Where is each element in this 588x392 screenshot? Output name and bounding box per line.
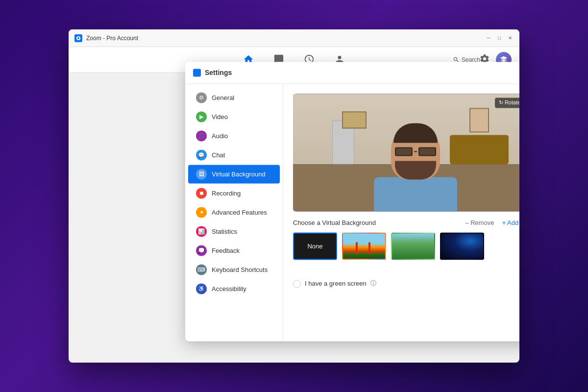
settings-title: Settings [193,69,232,76]
maximize-button[interactable]: □ [496,35,503,42]
settings-body: ⚙ General ▶ Video 🎵 Audio 💬 Chat 🖼 [185,84,519,341]
sidebar-item-audio[interactable]: 🎵 Audio [188,126,280,145]
beard [395,161,436,179]
close-button[interactable]: ✕ [507,35,514,42]
settings-dialog: Settings ✕ ⚙ General ▶ Video 🎵 Audio [185,62,519,341]
add-image-button[interactable]: + Add Image [502,219,519,226]
sidebar-label-feedback: Feedback [212,247,240,254]
sidebar-item-accessibility[interactable]: ♿ Accessibility [188,279,280,298]
sidebar-item-advanced-features[interactable]: ✦ Advanced Features [188,203,280,221]
vbg-section: Choose a Virtual Background – Remove + A… [293,219,519,260]
sidebar-item-recording[interactable]: ⏺ Recording [188,184,280,202]
keyboard-icon: ⌨ [196,264,207,275]
body [374,177,457,211]
bg-golden-gate-thumbnail[interactable] [342,232,386,260]
vbg-header: Choose a Virtual Background – Remove + A… [293,219,519,226]
audio-icon: 🎵 [196,130,207,141]
glasses [395,146,436,157]
hair [393,123,438,143]
vbg-actions: – Remove + Add Image [465,219,519,226]
bg-none-thumbnail[interactable]: None [293,232,337,260]
bg-thumb-1-inner [343,233,385,259]
sidebar-item-keyboard-shortcuts[interactable]: ⌨ Keyboard Shortcuts [188,260,280,279]
minimize-button[interactable]: ─ [485,35,492,42]
advanced-icon: ✦ [196,207,207,218]
rotate-button[interactable]: ↻ Rotate 90° [495,98,519,108]
bg-thumbnails: None [293,232,519,260]
furniture [450,135,509,164]
sidebar-label-audio: Audio [212,132,228,140]
svg-point-1 [77,37,79,39]
window-controls: ─ □ ✕ [485,35,514,42]
bg-nature-thumbnail[interactable] [391,232,435,260]
vbg-icon: 🖼 [196,169,207,179]
sidebar-item-chat[interactable]: 💬 Chat [188,146,280,164]
green-screen-section: I have a green screen ⓘ [293,279,519,288]
bg-thumb-3-inner [441,233,483,259]
sidebar-item-video[interactable]: ▶ Video [188,107,280,126]
sidebar-item-feedback[interactable]: 💭 Feedback [188,241,280,260]
sidebar-label-statistics: Statistics [212,228,237,235]
accessibility-icon: ♿ [196,283,207,294]
camera-preview: ↻ Rotate 90° [293,94,519,211]
sidebar-label-general: General [212,94,234,101]
sidebar-label-vbg: Virtual Background [212,171,266,178]
bg-space-thumbnail[interactable] [440,232,484,260]
glass-left [395,147,413,156]
wall-art-2 [469,108,489,132]
app-title: Zoom - Pro Account [86,35,485,42]
tower-left [356,243,358,254]
video-icon: ▶ [196,111,207,122]
sidebar-label-chat: Chat [212,151,225,159]
glass-bridge [414,151,417,152]
green-screen-label: I have a green screen [305,280,367,287]
sidebar-label-keyboard: Keyboard Shortcuts [212,266,268,273]
title-bar: Zoom - Pro Account ─ □ ✕ [69,29,519,47]
app-window: Zoom - Pro Account ─ □ ✕ [69,29,519,363]
glass-right [418,147,436,156]
sidebar-label-advanced: Advanced Features [212,209,267,216]
recording-icon: ⏺ [196,188,207,198]
sidebar-label-recording: Recording [212,190,241,197]
settings-sidebar: ⚙ General ▶ Video 🎵 Audio 💬 Chat 🖼 [185,84,283,341]
chat-icon: 💬 [196,149,207,160]
bridge-container [343,233,385,259]
wall-art-1 [342,111,367,128]
app-icon [74,34,82,42]
sidebar-label-video: Video [212,113,228,121]
person [374,125,457,211]
remove-button[interactable]: – Remove [465,219,494,226]
settings-icon [193,69,201,76]
settings-content: ↻ Rotate 90° Choose a Virtual Background… [283,84,519,341]
settings-header: Settings ✕ [185,62,519,84]
sidebar-item-statistics[interactable]: 📊 Statistics [188,222,280,241]
bg-thumb-2-inner [392,233,434,259]
general-icon: ⚙ [196,92,207,103]
sidebar-label-accessibility: Accessibility [212,285,246,293]
green-screen-info[interactable]: ⓘ [370,279,376,288]
bg-none-label: None [307,243,322,250]
tower-right [368,243,370,254]
feedback-icon: 💭 [196,245,207,256]
green-screen-checkbox[interactable] [293,280,301,288]
sidebar-item-general[interactable]: ⚙ General [188,88,280,107]
choose-vbg-label: Choose a Virtual Background [293,219,376,226]
statistics-icon: 📊 [196,226,207,237]
person-head [391,125,440,179]
sidebar-item-virtual-background[interactable]: 🖼 Virtual Background [188,165,280,183]
